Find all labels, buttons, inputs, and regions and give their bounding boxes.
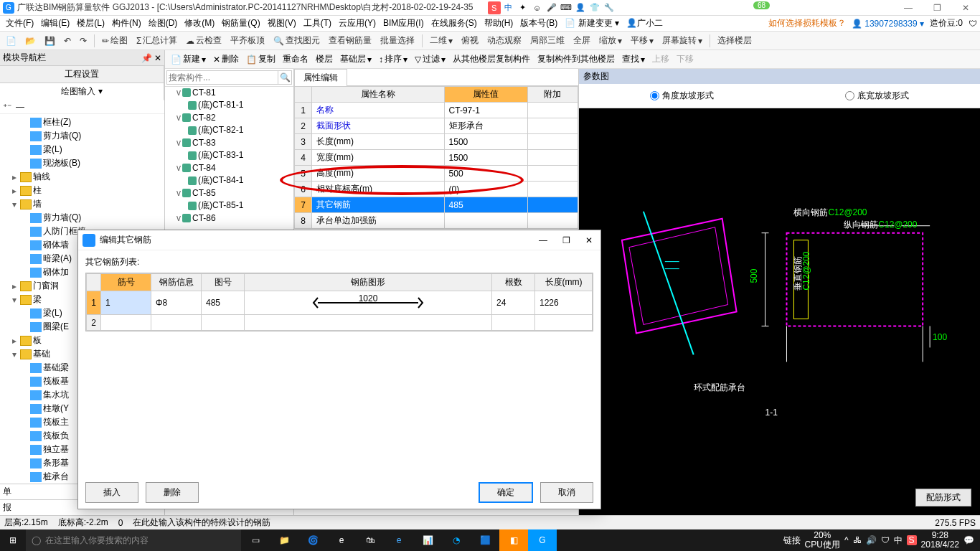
- col-id[interactable]: 筋号: [101, 274, 151, 291]
- tree-node[interactable]: ▸轴线: [0, 170, 164, 184]
- menu-modify[interactable]: 修改(M): [182, 16, 217, 31]
- ct-base[interactable]: 基础层▾: [337, 52, 374, 67]
- ime-i6[interactable]: 👕: [588, 1, 601, 14]
- menu-tool[interactable]: 工具(T): [301, 16, 334, 31]
- radio-angle[interactable]: 角度放坡形式: [650, 90, 714, 102]
- shield-icon[interactable]: 🛡: [969, 19, 977, 29]
- tree-node[interactable]: 剪力墙(Q): [0, 129, 164, 143]
- tb-find[interactable]: 🔍查找图元: [270, 33, 323, 48]
- panel-pin-icon[interactable]: 📌 ✕: [141, 53, 161, 63]
- expand-icon[interactable]: ⁺⁻: [3, 102, 11, 112]
- tab-draw-input[interactable]: 绘图输入 ▾: [0, 83, 164, 100]
- tree-node[interactable]: 梁(L): [0, 143, 164, 156]
- tb-save[interactable]: 💾: [42, 34, 58, 47]
- menu-rebar[interactable]: 钢筋量(Q): [219, 16, 263, 31]
- ct-rename[interactable]: 重命名: [280, 52, 311, 67]
- tb-draw[interactable]: ✏绘图: [99, 33, 131, 48]
- dialog-max[interactable]: ❐: [559, 235, 573, 245]
- ime-lang[interactable]: 中: [502, 1, 515, 14]
- tree-node[interactable]: 现浇板(B): [0, 156, 164, 170]
- tray-net-icon[interactable]: 🖧: [853, 535, 862, 545]
- menu-version[interactable]: 版本号(B): [517, 16, 560, 31]
- ie-icon[interactable]: e: [385, 529, 413, 551]
- tb-top[interactable]: 俯视: [458, 33, 481, 48]
- menu-draw[interactable]: 绘图(D): [146, 16, 181, 31]
- prop-row[interactable]: 4宽度(mm)1500: [295, 150, 578, 166]
- menu-file[interactable]: 文件(F): [3, 16, 37, 31]
- tb-zoom[interactable]: 缩放 ▾: [596, 33, 625, 48]
- ct-copy[interactable]: 📋复制: [243, 52, 278, 67]
- col-info[interactable]: 钢筋信息: [151, 274, 202, 291]
- prop-row[interactable]: 1名称CT-97-1: [295, 103, 578, 118]
- param-canvas[interactable]: 500 100 横向钢筋C12@200 纵向钢筋C12@200 垂直钢筋 C12…: [579, 108, 980, 515]
- tree-node[interactable]: ▸柱: [0, 184, 164, 197]
- ime-i7[interactable]: 🔧: [603, 1, 616, 14]
- badge[interactable]: 68: [753, 1, 770, 9]
- prop-tab[interactable]: 属性编辑: [294, 69, 347, 86]
- ct-copyto[interactable]: 复制构件到其他楼层: [534, 52, 618, 67]
- ok-button[interactable]: 确定: [479, 482, 533, 503]
- table-row[interactable]: 1 1 Φ8 485 1020 24 1226: [87, 291, 593, 315]
- rebar-table[interactable]: 筋号 钢筋信息 图号 钢筋图形 根数 长度(mm) 1 1 Φ8 485 102…: [85, 273, 593, 331]
- task-view-icon[interactable]: ▭: [241, 529, 270, 551]
- col-count[interactable]: 根数: [492, 274, 535, 291]
- ct-node[interactable]: (底)CT-83-1: [165, 149, 293, 162]
- prop-row[interactable]: 8承台单边加强筋: [295, 213, 578, 229]
- tray-notif-icon[interactable]: 💬: [963, 535, 974, 545]
- app3-icon[interactable]: ◔: [442, 529, 471, 551]
- close-button[interactable]: ✕: [951, 0, 980, 16]
- tb-new[interactable]: 📄: [3, 34, 19, 47]
- tb-select-floor[interactable]: 选择楼层: [715, 33, 755, 48]
- ime-i4[interactable]: ⌨: [560, 1, 573, 14]
- search-button[interactable]: 🔍: [278, 70, 292, 85]
- ime-i2[interactable]: ☺: [531, 1, 544, 14]
- ct-node[interactable]: (底)CT-84-1: [165, 174, 293, 187]
- phone-link[interactable]: 👤 13907298339 ▾: [852, 19, 924, 29]
- radio-width[interactable]: 底宽放坡形式: [845, 90, 909, 102]
- prop-row[interactable]: 2截面形状矩形承台: [295, 118, 578, 134]
- menu-new-change[interactable]: 📄 新建变更 ▾: [562, 16, 622, 31]
- menu-edit[interactable]: 编辑(E): [38, 16, 72, 31]
- ct-node[interactable]: v CT-86: [165, 212, 293, 224]
- edge-icon[interactable]: e: [327, 529, 356, 551]
- tree-node[interactable]: 剪力墙(Q): [0, 211, 164, 225]
- ct-node[interactable]: v CT-84: [165, 162, 293, 174]
- tray-link[interactable]: 链接: [783, 534, 801, 547]
- tray-s-icon[interactable]: S: [907, 535, 917, 545]
- ct-copyfrom[interactable]: 从其他楼层复制构件: [450, 52, 533, 67]
- ct-node[interactable]: v CT-81: [165, 87, 293, 98]
- ct-filter[interactable]: ▽过滤▾: [412, 52, 448, 67]
- ime-i3[interactable]: 🎤: [545, 1, 558, 14]
- tree-node[interactable]: ▾墙: [0, 197, 164, 211]
- ct-node[interactable]: (底)CT-82-1: [165, 123, 293, 137]
- col-len[interactable]: 长度(mm): [535, 274, 593, 291]
- tab-project[interactable]: 工程设置: [0, 66, 164, 83]
- tb-redo[interactable]: ↷: [77, 34, 90, 47]
- col-fig[interactable]: 图号: [202, 274, 245, 291]
- tb-flat[interactable]: 平齐板顶: [227, 33, 268, 48]
- app4-icon[interactable]: 🟦: [471, 529, 499, 551]
- ime-s-icon[interactable]: S: [488, 1, 501, 14]
- prop-row[interactable]: 6相对底标高(m)(0): [295, 182, 578, 197]
- prop-row[interactable]: 3长度(mm)1500: [295, 134, 578, 150]
- ime-toolbar[interactable]: S 中 ✦ ☺ 🎤 ⌨ 👤 👕 🔧: [488, 1, 616, 14]
- rebar-form-button[interactable]: 配筋形式: [915, 489, 971, 507]
- app5-icon[interactable]: ◧: [499, 529, 528, 551]
- ct-node[interactable]: v CT-82: [165, 112, 293, 123]
- prop-row[interactable]: 5高度(mm)500: [295, 166, 578, 182]
- start-button[interactable]: ⊞: [0, 529, 26, 551]
- tb-pan[interactable]: 平移 ▾: [628, 33, 656, 48]
- dialog-close[interactable]: ✕: [582, 235, 596, 245]
- ime-i1[interactable]: ✦: [517, 1, 529, 14]
- app2-icon[interactable]: 📊: [413, 529, 442, 551]
- tb-cloud[interactable]: ☁云检查: [183, 33, 225, 48]
- property-grid[interactable]: 属性名称属性值附加 1名称CT-97-12截面形状矩形承台3长度(mm)1500…: [294, 86, 578, 229]
- menu-floor[interactable]: 楼层(L): [74, 16, 108, 31]
- ime-i5[interactable]: 👤: [574, 1, 587, 14]
- insert-button[interactable]: 插入: [85, 482, 138, 503]
- col-shape[interactable]: 钢筋图形: [245, 274, 492, 291]
- ct-node[interactable]: v CT-83: [165, 137, 293, 149]
- prop-row[interactable]: 7其它钢筋485: [295, 197, 578, 213]
- menu-help[interactable]: 帮助(H): [481, 16, 517, 31]
- menu-comp[interactable]: 构件(N): [109, 16, 144, 31]
